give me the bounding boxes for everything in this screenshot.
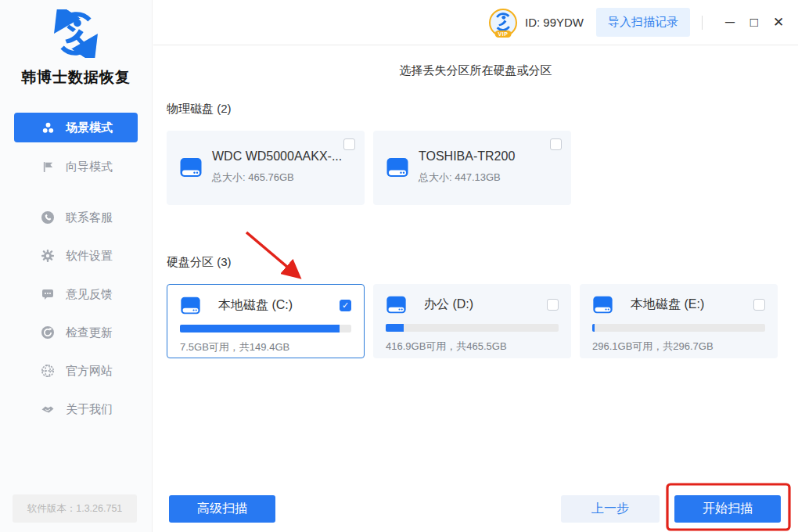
sidebar-item-label: 检查更新 [66, 325, 113, 340]
disk-size: 总大小: 465.76GB [212, 171, 342, 185]
partition-checkbox[interactable] [753, 299, 765, 311]
sidebar-item-official-site[interactable]: 官方网站 [14, 355, 138, 386]
partition-checkbox[interactable] [547, 299, 559, 311]
disk-checkbox[interactable] [343, 138, 355, 150]
globe-icon [41, 364, 55, 378]
drive-icon [179, 156, 203, 179]
version-label: 软件版本：1.3.26.751 [13, 494, 137, 523]
partition-name: 本地磁盘 (E:) [631, 297, 753, 313]
sidebar-item-label: 联系客服 [66, 210, 113, 225]
main-content: 选择丢失分区所在硬盘或分区 物理磁盘 (2) WDC WD5000AAKX-..… [153, 46, 798, 532]
sidebar-item-label: 关于我们 [66, 402, 113, 417]
drive-icon [592, 294, 613, 315]
drive-icon [180, 295, 201, 316]
handshake-icon [41, 402, 55, 416]
usage-bar-fill [592, 324, 595, 332]
partition-info: 7.5GB可用，共149.4GB [180, 340, 351, 354]
previous-step-button[interactable]: 上一步 [561, 495, 660, 523]
sidebar-item-check-update[interactable]: 检查更新 [14, 317, 138, 348]
sidebar: 韩博士数据恢复 场景模式 向导模式 [0, 0, 153, 532]
partition-info: 296.1GB可用，共296.7GB [592, 340, 765, 354]
sidebar-item-label: 软件设置 [66, 249, 113, 264]
physical-disks-header: 物理磁盘 (2) [167, 102, 232, 117]
partition-card-d[interactable]: 办公 (D:) 416.9GB可用，共465.5GB [373, 284, 571, 358]
sidebar-item-scene-mode[interactable]: 场景模式 [14, 113, 138, 142]
sidebar-item-label: 官方网站 [66, 364, 113, 379]
partition-info: 416.9GB可用，共465.5GB [386, 340, 559, 354]
usage-bar [592, 324, 765, 332]
disk-checkbox[interactable] [550, 138, 562, 150]
feedback-icon [41, 287, 55, 301]
start-scan-button[interactable]: 开始扫描 [674, 495, 781, 523]
vip-badge: VIP [495, 31, 512, 38]
sidebar-item-label: 场景模式 [66, 120, 113, 135]
close-icon[interactable]: ✕ [770, 14, 787, 31]
page-title: 选择丢失分区所在硬盘或分区 [153, 63, 798, 78]
sidebar-item-label: 意见反馈 [66, 287, 113, 302]
avatar-logo-icon [493, 12, 513, 32]
sidebar-item-feedback[interactable]: 意见反馈 [14, 279, 138, 310]
phone-icon [41, 210, 55, 225]
usage-bar-fill [386, 324, 404, 332]
partition-name: 本地磁盘 (C:) [218, 297, 340, 314]
advanced-scan-button[interactable]: 高级扫描 [169, 495, 275, 523]
disk-card-wdc[interactable]: WDC WD5000AAKX-... 总大小: 465.76GB [167, 131, 365, 205]
sidebar-item-label: 向导模式 [66, 160, 113, 174]
disk-name: TOSHIBA-TR200 [419, 149, 515, 164]
partition-name: 办公 (D:) [424, 297, 547, 313]
topbar-divider [702, 16, 703, 30]
partitions-header: 硬盘分区 (3) [167, 255, 232, 270]
usage-bar [386, 324, 559, 332]
import-scan-records-button[interactable]: 导入扫描记录 [596, 8, 690, 37]
disk-card-toshiba[interactable]: TOSHIBA-TR200 总大小: 447.13GB [373, 131, 571, 205]
update-icon [41, 325, 55, 340]
disk-size: 总大小: 447.13GB [419, 171, 515, 185]
sidebar-item-contact-support[interactable]: 联系客服 [14, 202, 138, 233]
drive-icon [386, 156, 409, 179]
gear-icon [41, 249, 55, 263]
usage-bar [180, 325, 351, 332]
app-logo-icon [52, 47, 100, 60]
partition-checkbox[interactable]: ✓ [340, 300, 351, 311]
sidebar-item-about-us[interactable]: 关于我们 [14, 394, 138, 425]
sidebar-item-wizard-mode[interactable]: 向导模式 [14, 152, 138, 182]
sidebar-item-settings[interactable]: 软件设置 [14, 240, 138, 271]
drive-icon [386, 294, 407, 315]
usage-bar-fill [180, 325, 340, 332]
user-id-label: ID: 99YDW [525, 16, 584, 29]
minimize-icon[interactable]: ─ [721, 14, 739, 31]
flag-icon [41, 160, 55, 174]
partition-card-c[interactable]: 本地磁盘 (C:) ✓ 7.5GB可用，共149.4GB [167, 284, 365, 358]
group-icon [41, 120, 55, 135]
user-avatar[interactable]: VIP [489, 9, 517, 37]
app-title: 韩博士数据恢复 [0, 67, 152, 88]
partition-card-e[interactable]: 本地磁盘 (E:) 296.1GB可用，共296.7GB [580, 284, 778, 358]
disk-name: WDC WD5000AAKX-... [212, 149, 342, 164]
maximize-icon[interactable]: □ [746, 14, 763, 31]
topbar: VIP ID: 99YDW 导入扫描记录 ─ □ ✕ [153, 0, 798, 45]
